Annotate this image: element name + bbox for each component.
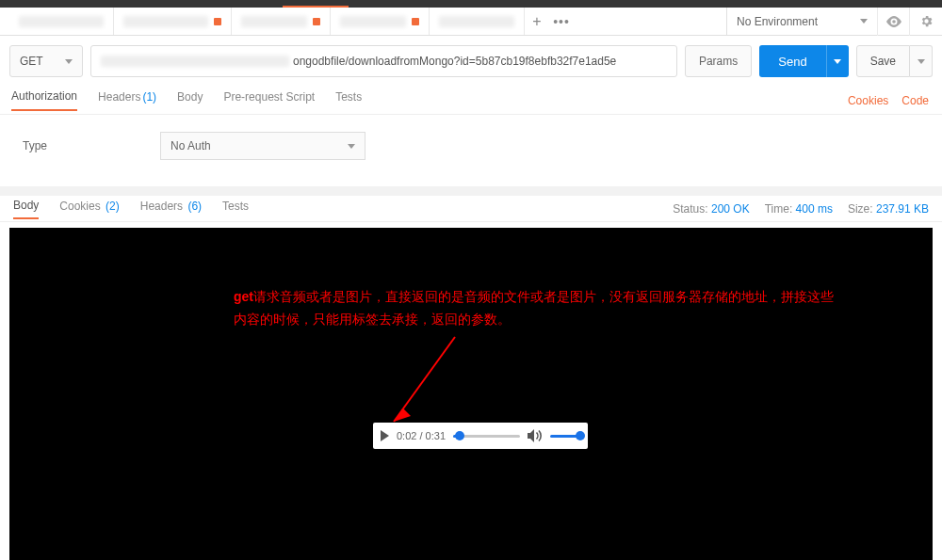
volume-knob[interactable] [576, 431, 585, 440]
titlebar [0, 0, 942, 8]
request-subtabs: Authorization Headers(1) Body Pre-reques… [0, 87, 942, 115]
chevron-down-icon [860, 19, 868, 24]
auth-type-select[interactable]: No Auth [160, 132, 365, 160]
tab-row: + ••• No Environment [0, 8, 942, 36]
send-group: Send [759, 45, 848, 77]
auth-selected: No Auth [171, 139, 211, 152]
unsaved-dot-icon [412, 18, 419, 25]
seek-slider[interactable] [453, 435, 520, 438]
tab-label-redacted [241, 16, 307, 27]
volume-slider[interactable] [550, 435, 580, 438]
send-dropdown-button[interactable] [826, 45, 849, 77]
response-meta: Status: 200 OK Time: 400 ms Size: 237.91… [673, 202, 929, 216]
unsaved-dot-icon [313, 18, 320, 25]
volume-button[interactable] [528, 429, 543, 442]
settings-button[interactable] [910, 8, 942, 36]
tab-tests[interactable]: Tests [335, 90, 362, 110]
size-meta: Size: 237.91 KB [848, 202, 929, 216]
request-tabs: + ••• [0, 8, 726, 35]
cookies-link[interactable]: Cookies [848, 94, 888, 107]
audio-player: 0:02 / 0:31 [373, 423, 588, 449]
send-button[interactable]: Send [759, 45, 825, 77]
speaker-icon [528, 429, 543, 442]
save-group: Save [856, 45, 933, 77]
annotation-text: get请求音频或者是图片，直接返回的是音频的文件或者是图片，没有返回服务器存储的… [234, 286, 910, 331]
tab-label-redacted [439, 16, 514, 27]
chevron-down-icon [65, 59, 73, 64]
unsaved-dot-icon [214, 18, 221, 25]
tab-prerequest[interactable]: Pre-request Script [223, 90, 315, 110]
url-input[interactable]: ongodbfile/downloadfromMongo?id=5b87cb19… [90, 45, 677, 77]
chevron-down-icon [918, 59, 925, 64]
auth-type-label: Type [23, 139, 47, 152]
environment-quicklook-button[interactable] [878, 8, 910, 36]
tab-label-redacted [123, 16, 208, 27]
request-tab[interactable] [331, 8, 430, 35]
resp-tab-headers[interactable]: Headers (6) [140, 200, 202, 218]
environment-label: No Environment [737, 15, 818, 28]
save-dropdown-button[interactable] [910, 45, 933, 77]
environment-area: No Environment [726, 8, 942, 35]
response-body-panel: get请求音频或者是图片，直接返回的是音频的文件或者是图片，没有返回服务器存储的… [9, 228, 933, 560]
svg-marker-2 [394, 408, 411, 422]
authorization-panel: Type No Auth [0, 115, 942, 196]
play-button[interactable] [381, 430, 389, 441]
audio-time: 0:02 / 0:31 [397, 430, 446, 441]
request-tab[interactable] [232, 8, 331, 35]
tab-overflow-button[interactable]: ••• [549, 8, 574, 35]
request-tab[interactable] [9, 8, 114, 35]
tab-body[interactable]: Body [177, 90, 203, 110]
save-button[interactable]: Save [856, 45, 910, 77]
chevron-down-icon [834, 59, 841, 64]
tab-label-redacted [340, 16, 406, 27]
request-tab[interactable] [430, 8, 525, 35]
seek-knob[interactable] [455, 431, 464, 440]
method-select[interactable]: GET [9, 45, 83, 77]
annotation-lead: get [234, 289, 253, 304]
request-row: GET ongodbfile/downloadfromMongo?id=5b87… [0, 36, 942, 87]
method-label: GET [20, 55, 43, 68]
svg-point-0 [892, 20, 896, 24]
gear-icon [919, 14, 934, 28]
resp-tab-body[interactable]: Body [13, 199, 39, 219]
resp-tab-tests[interactable]: Tests [222, 200, 249, 218]
environment-select[interactable]: No Environment [727, 8, 878, 36]
time-meta: Time: 400 ms [765, 202, 833, 216]
resp-tab-cookies[interactable]: Cookies (2) [59, 200, 119, 218]
params-button[interactable]: Params [685, 45, 752, 77]
response-tabs: Body Cookies (2) Headers (6) Tests Statu… [0, 196, 942, 222]
tab-authorization[interactable]: Authorization [11, 89, 77, 111]
tab-headers[interactable]: Headers(1) [98, 90, 156, 110]
chevron-down-icon [348, 144, 355, 149]
status-meta: Status: 200 OK [673, 202, 749, 216]
new-tab-button[interactable]: + [525, 8, 549, 35]
request-tab[interactable] [114, 8, 232, 35]
tab-label-redacted [19, 16, 104, 27]
url-prefix-redacted [101, 56, 289, 67]
url-text: ongodbfile/downloadfromMongo?id=5b87cb19… [293, 55, 616, 68]
cookies-code-links: Cookies Code [848, 94, 929, 107]
code-link[interactable]: Code [901, 94, 929, 107]
eye-icon [886, 16, 901, 27]
